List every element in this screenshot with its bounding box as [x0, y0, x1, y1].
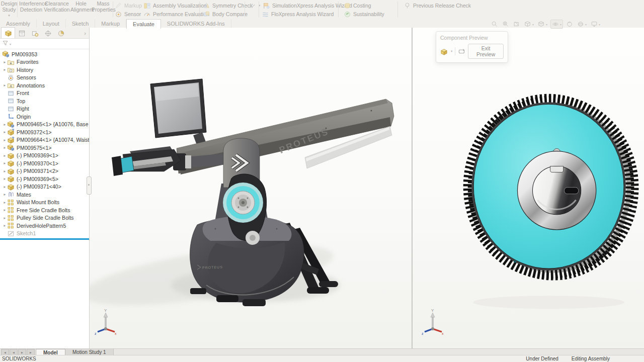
expand-arrow-icon[interactable]: ▸ — [3, 138, 7, 142]
ribbon-previous-release-check-button[interactable]: Previous Release Check — [404, 2, 471, 10]
ribbon-design-study-button[interactable]: DesignStudy▾ — [0, 1, 18, 18]
tree-item-label: (-) PM009369<5> — [17, 176, 58, 182]
expand-arrow-icon[interactable]: ▸ — [3, 161, 7, 165]
tab-evaluate[interactable]: Evaluate — [126, 19, 161, 29]
tree-item-pm009372-1[interactable]: ▸PM009372<1> — [0, 128, 89, 136]
tree-item-favorites[interactable]: ▸★Favorites — [0, 58, 89, 66]
zoom-fit-button[interactable] — [490, 20, 499, 28]
tree-item-sensors[interactable]: ▸Sensors — [0, 74, 89, 82]
expand-arrow-icon[interactable]: ▸ — [3, 185, 7, 189]
configuration-manager-tab[interactable] — [28, 28, 41, 38]
tree-item-pm009664-1-a10074-waist-assem[interactable]: ▸PM009664<1> {A10074, Waist Assem — [0, 136, 89, 144]
view-orientation-caret-icon[interactable]: ▾ — [532, 23, 534, 26]
expand-arrow-icon[interactable]: ▸ — [3, 130, 7, 134]
view-settings-button[interactable]: ▾ — [590, 20, 601, 28]
tab-solidworks-add-ins[interactable]: SOLIDWORKS Add-Ins — [161, 19, 231, 28]
expand-arrow-icon[interactable]: ▸ — [3, 208, 7, 212]
ribbon-interference-detection-button[interactable]: InterferenceDetection — [19, 1, 43, 13]
tree-item-pm009371-2[interactable]: ▸(-) PM009371<2> — [0, 167, 89, 175]
tree-item-pm009369-1[interactable]: ▸(-) PM009369<1> — [0, 152, 89, 160]
hide-show-button[interactable]: ▾ — [550, 20, 563, 29]
ribbon-clearance-verification-button[interactable]: ClearanceVerification — [43, 1, 70, 13]
expand-arrow-icon[interactable]: ▸ — [3, 176, 7, 181]
expand-arrow-icon[interactable]: ▸ — [3, 83, 7, 87]
ribbon-mass-properties-button[interactable]: MassProperties — [92, 1, 115, 13]
tree-item-label: (-) PM009370<1> — [17, 160, 58, 166]
tab-layout[interactable]: Layout — [37, 19, 66, 28]
ribbon-simulationxpress-analysis-wizard-button[interactable]: SimulationXpress Analysis Wizard — [263, 2, 352, 10]
tree-item-label: PM009465<1> {A10076, Base Assembl — [17, 121, 89, 127]
tree-item-pm009371-40[interactable]: ▸(-) PM009371<40> — [0, 183, 89, 191]
rollback-bar[interactable] — [0, 238, 89, 240]
tree-item-right[interactable]: ▸Right — [0, 105, 89, 113]
tree-item-pulley-side-cradle-bolts[interactable]: ▸Pulley Side Cradle Bolts — [0, 214, 89, 222]
preview-viewport[interactable]: Component Preview ▾ Exit Preview Y x z — [413, 28, 644, 349]
tab-assembly[interactable]: Assembly — [0, 19, 37, 28]
hide-show-caret-icon[interactable]: ▾ — [560, 23, 561, 26]
tree-item-pm009575-1[interactable]: ▸PM009575<1> — [0, 144, 89, 152]
tree-item-free-side-cradle-bolts[interactable]: ▸Free Side Cradle Bolts — [0, 206, 89, 214]
preview-part-caret-icon[interactable]: ▾ — [451, 49, 452, 53]
exit-preview-button[interactable]: Exit Preview — [468, 44, 504, 59]
tree-item-annotations[interactable]: ▸AAnnotations — [0, 81, 89, 89]
expand-arrow-icon[interactable]: ▸ — [3, 145, 7, 150]
edit-appearance-button[interactable] — [565, 20, 574, 28]
ribbon-floxpress-analysis-wizard-button[interactable]: FloXpress Analysis Wizard — [262, 10, 334, 18]
tree-item-pm009465-1-a10076-base-assembl[interactable]: ▸PM009465<1> {A10076, Base Assembl — [0, 121, 89, 129]
robot-assembly-model[interactable]: PROTEUS — [90, 28, 412, 349]
ribbon-design-study-caret-icon[interactable]: ▾ — [0, 14, 18, 18]
tree-item-mates[interactable]: ▸Mates — [0, 191, 89, 199]
main-viewport[interactable]: PROTEUS — [90, 28, 412, 349]
expand-arrow-icon[interactable]: ▸ — [3, 67, 7, 72]
apply-scene-caret-icon[interactable]: ▾ — [585, 23, 587, 26]
expand-arrow-icon[interactable]: ▸ — [3, 153, 7, 158]
dimxpert-manager-tab[interactable] — [41, 28, 54, 38]
display-manager-tab[interactable] — [54, 28, 67, 38]
tree-item-sketch1[interactable]: ▸Sketch1 — [0, 230, 89, 238]
ribbon-sustainability-button[interactable]: Sustainability — [344, 10, 384, 18]
gear-part-model[interactable] — [413, 28, 644, 349]
tree-item-pm009370-1[interactable]: ▸(-) PM009370<1> — [0, 159, 89, 167]
display-style-button[interactable]: ▾ — [537, 20, 548, 28]
tab-markup[interactable]: Markup — [95, 19, 126, 28]
expand-arrow-icon[interactable]: ▸ — [3, 223, 7, 228]
tree-item-pm009353[interactable]: ▸PM009353 — [0, 50, 89, 58]
tree-item-waist-mount-bolts[interactable]: ▸Waist Mount Bolts — [0, 199, 89, 207]
view-settings-caret-icon[interactable]: ▾ — [599, 23, 600, 26]
featuremanager-tree-tab[interactable] — [1, 27, 15, 38]
ribbon-hole-alignment-button[interactable]: HoleAlignment — [70, 1, 92, 13]
expand-arrow-icon[interactable]: ▸ — [3, 60, 7, 64]
preview-part-icon[interactable] — [440, 48, 448, 55]
ribbon-costing-button[interactable]: Costing — [344, 2, 371, 10]
filter-caret-icon[interactable]: ▾ — [10, 42, 11, 46]
property-manager-tab[interactable] — [15, 28, 28, 38]
tree-item-origin[interactable]: ▸Origin — [0, 113, 89, 121]
panel-splitter-handle[interactable] — [87, 176, 92, 195]
ribbon-symmetry-check-button[interactable]: Symmetry Check — [203, 2, 253, 10]
filter-funnel-icon[interactable] — [2, 39, 9, 48]
tree-item-derivedholepattern5[interactable]: ▸DerivedHolePattern5 — [0, 222, 89, 230]
expand-arrow-icon[interactable]: ▸ — [3, 200, 7, 205]
panel-expand-arrow[interactable]: › — [84, 30, 86, 36]
expand-arrow-icon[interactable]: ▸ — [3, 216, 7, 220]
tab-sketch[interactable]: Sketch — [66, 19, 96, 28]
display-style-caret-icon[interactable]: ▾ — [546, 23, 547, 26]
tree-item-pm009369-5[interactable]: ▸(-) PM009369<5> — [0, 175, 89, 183]
expand-arrow-icon[interactable]: ▸ — [3, 169, 7, 173]
zoom-area-button[interactable] — [501, 20, 510, 28]
expand-arrow-icon[interactable]: ▸ — [3, 192, 7, 197]
ribbon-body-compare-button[interactable]: Body Compare — [203, 10, 248, 18]
tree-item-front[interactable]: ▸Front — [0, 89, 89, 98]
sketch-icon — [7, 230, 15, 237]
apply-scene-button[interactable]: ▾ — [576, 20, 588, 28]
tree-item-history[interactable]: ▸History — [0, 66, 89, 74]
sync-preview-icon[interactable] — [458, 48, 465, 55]
ribbon-assembly-visualization-button[interactable]: Assembly Visualization — [143, 2, 207, 10]
view-orientation-button[interactable]: ▾ — [523, 20, 535, 28]
tree-item-top[interactable]: ▸Top — [0, 97, 89, 105]
ribbon-sensor-button[interactable]: Sensor — [115, 10, 141, 18]
section-view-button[interactable] — [512, 20, 521, 28]
section-view-icon — [513, 21, 520, 28]
tree-filter-input[interactable] — [12, 39, 87, 48]
expand-arrow-icon[interactable]: ▸ — [3, 122, 7, 127]
